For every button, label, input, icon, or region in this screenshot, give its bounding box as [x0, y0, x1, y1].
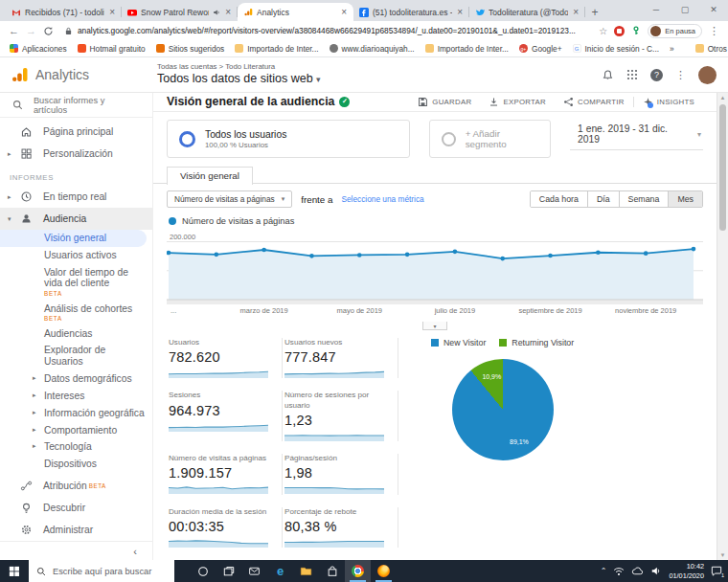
- close-window-button[interactable]: ✕: [699, 0, 728, 19]
- browser-tab-youtube[interactable]: Snow Patrol Reworked×: [122, 3, 238, 21]
- sidebar-item-audiencia[interactable]: ▾Audiencia: [0, 208, 152, 230]
- sidebar-item-datos-demogr-ficos[interactable]: ▸Datos demográficos: [0, 370, 152, 388]
- bookmark-item[interactable]: g+Google+: [519, 44, 562, 54]
- sidebar-item-an-lisis-de-cohortes[interactable]: Análisis de cohortesBETA: [0, 301, 152, 325]
- sidebar-item-descubrir[interactable]: Descubrir: [0, 497, 152, 519]
- sidebar-item-visi-n-general[interactable]: Visión general: [0, 230, 147, 247]
- maximize-button[interactable]: ▢: [671, 0, 699, 19]
- tab-close-icon[interactable]: ×: [572, 7, 580, 17]
- metric-porcentaje-de-rebote[interactable]: Porcentaje de rebote80,38 %: [283, 507, 398, 548]
- bookmark-item[interactable]: Importado de Inter...: [425, 44, 509, 54]
- tray-expand-icon[interactable]: ⌃: [601, 567, 607, 575]
- sidebar-item-informaci-n-geogr-fica[interactable]: ▸Información geográfica: [0, 405, 152, 422]
- taskbar-clock[interactable]: 10:42 01/01/2020: [669, 562, 704, 579]
- bookmark-item[interactable]: www.diarioaquiyah...: [330, 44, 415, 54]
- exportar-button[interactable]: EXPORTAR: [480, 97, 555, 107]
- compartir-button[interactable]: COMPARTIR: [555, 97, 633, 107]
- url-box[interactable]: analytics.google.com/analytics/web/#/rep…: [60, 24, 592, 38]
- microsoft-store-button[interactable]: [319, 560, 345, 582]
- bookmark-item[interactable]: Importado de Inter...: [235, 44, 318, 54]
- metric-p-ginas-sesi-n[interactable]: Páginas/sesión1,98: [283, 454, 398, 494]
- granularity-semana[interactable]: Semana: [619, 191, 669, 207]
- scroll-down-icon[interactable]: ▼: [717, 552, 728, 558]
- bookmark-item[interactable]: Aplicaciones: [10, 44, 67, 54]
- new-tab-button[interactable]: +: [585, 3, 604, 21]
- sidebar-item-dispositivos[interactable]: Dispositivos: [0, 456, 152, 473]
- tab-audio-icon[interactable]: [213, 9, 220, 16]
- granularity-mes[interactable]: Mes: [668, 191, 702, 207]
- account-selector[interactable]: Todas las cuentas > Todo Literatura Todo…: [157, 63, 321, 85]
- select-metric-link[interactable]: Seleccione una métrica: [341, 194, 423, 204]
- date-range-selector[interactable]: 1 ene. 2019 - 31 dic. 2019 ▾: [570, 120, 703, 150]
- page-scrollbar[interactable]: ▲ ▼: [717, 93, 728, 560]
- sidebar-collapse[interactable]: ‹: [0, 541, 152, 560]
- metric-sesiones[interactable]: Sesiones964.973: [167, 391, 283, 441]
- help-icon[interactable]: ?: [650, 69, 663, 81]
- metric-dropdown[interactable]: Número de visitas a páginas ▾: [167, 190, 292, 208]
- browser-tab-analytics[interactable]: Analytics×: [238, 3, 353, 21]
- sidebar-item-comportamiento[interactable]: ▸Comportamiento: [0, 422, 152, 439]
- browser-tab-twitter[interactable]: Todoliteratura (@Todolite×: [469, 3, 585, 21]
- sidebar-item-administrar[interactable]: Administrar: [0, 519, 152, 541]
- forward-icon[interactable]: →: [26, 25, 36, 36]
- adblock-extension-icon[interactable]: [614, 26, 625, 36]
- back-icon[interactable]: ←: [9, 25, 19, 36]
- metric-duraci-n-media-de-la-sesi-n[interactable]: Duración media de la sesión00:03:35: [167, 507, 283, 548]
- scroll-up-icon[interactable]: ▲: [717, 95, 728, 101]
- visitor-pie-chart[interactable]: 89,1%10,9%: [452, 359, 554, 460]
- tab-close-icon[interactable]: ×: [108, 7, 116, 17]
- sidebar-item-p-gina-principal[interactable]: Página principal: [0, 121, 152, 143]
- mail-app-button[interactable]: [241, 560, 267, 582]
- insights-button[interactable]: INSIGHTS: [633, 97, 703, 107]
- segment-all-users[interactable]: Todos los usuarios 100,00 % Usuarios: [167, 120, 410, 158]
- chevron-down-icon[interactable]: ▾: [8, 215, 17, 223]
- sidebar-item-atribuci-n[interactable]: AtribuciónBETA: [0, 475, 152, 497]
- chevron-right-icon[interactable]: ▸: [33, 374, 36, 382]
- tab-close-icon[interactable]: ×: [340, 7, 348, 17]
- cortana-button[interactable]: [190, 560, 216, 582]
- sidebar-item-en-tiempo-real[interactable]: ▸En tiempo real: [0, 186, 152, 208]
- bookmark-item[interactable]: Hotmail gratuito: [78, 44, 146, 54]
- metric-n-mero-de-visitas-a-p-ginas[interactable]: Número de visitas a páginas1.909.157: [167, 454, 283, 494]
- chevron-right-icon[interactable]: ▸: [33, 392, 36, 399]
- sidebar-item-tecnolog-a[interactable]: ▸Tecnología: [0, 438, 152, 456]
- pageviews-line-chart[interactable]: 100.000200.000...marzo de 2019mayo de 20…: [167, 229, 703, 321]
- start-button[interactable]: [0, 560, 29, 582]
- user-avatar[interactable]: [698, 66, 717, 84]
- sidebar-item-intereses[interactable]: ▸Intereses: [0, 388, 152, 405]
- tab-overview[interactable]: Visión general: [167, 167, 253, 185]
- bookmark-item[interactable]: Otros marcadores: [695, 44, 728, 54]
- sidebar-item-usuarios-activos[interactable]: Usuarios activos: [0, 247, 152, 264]
- volume-icon[interactable]: [650, 566, 662, 576]
- onedrive-cloud-icon[interactable]: [631, 567, 644, 575]
- edge-browser-button[interactable]: e: [267, 560, 293, 582]
- browser-profile-chip[interactable]: En pausa: [648, 24, 702, 38]
- sidebar-item-personalizaci-n[interactable]: ▸Personalización: [0, 143, 152, 165]
- analytics-brand[interactable]: Analytics: [11, 66, 148, 83]
- chevron-right-icon[interactable]: ▸: [33, 426, 36, 434]
- file-explorer-button[interactable]: [293, 560, 319, 582]
- browser-tab-facebook[interactable]: (51) todoliteratura.es - Inic×: [353, 3, 469, 21]
- granularity-día[interactable]: Día: [587, 191, 619, 207]
- bookmark-star-icon[interactable]: ☆: [599, 26, 607, 36]
- metric-n-mero-de-sesiones-por-usuario[interactable]: Número de sesiones por usuario1,23: [283, 391, 398, 441]
- firefox-taskbar-button[interactable]: [371, 560, 397, 582]
- refresh-icon[interactable]: [43, 26, 54, 36]
- notifications-bell-icon[interactable]: [602, 69, 614, 81]
- action-center-icon[interactable]: 1: [711, 566, 722, 576]
- chevron-right-icon[interactable]: ▸: [8, 193, 17, 201]
- minimize-button[interactable]: ─: [642, 0, 671, 19]
- sidebar-item-valor-del-tiempo-de-vida-del-cliente[interactable]: Valor del tiempo de vida del clienteBETA: [0, 264, 152, 301]
- chevron-right-icon[interactable]: ▸: [33, 442, 36, 450]
- tab-close-icon[interactable]: ×: [456, 7, 464, 17]
- chevron-right-icon[interactable]: ▸: [33, 409, 36, 416]
- header-menu-icon[interactable]: ⋮: [675, 69, 686, 81]
- granularity-cada-hora[interactable]: Cada hora: [531, 191, 587, 207]
- metric-usuarios-nuevos[interactable]: Usuarios nuevos777.847: [283, 338, 398, 378]
- taskbar-search[interactable]: Escribe aquí para buscar: [29, 560, 174, 582]
- browser-menu-icon[interactable]: ⋮: [709, 25, 719, 37]
- apps-grid-icon[interactable]: [626, 69, 638, 80]
- browser-tab-gmail[interactable]: Recibidos (71) - todolitera×: [6, 3, 122, 21]
- bookmark-item[interactable]: Sitios sugeridos: [156, 44, 225, 54]
- chart-collapse-button[interactable]: ▾: [422, 322, 447, 330]
